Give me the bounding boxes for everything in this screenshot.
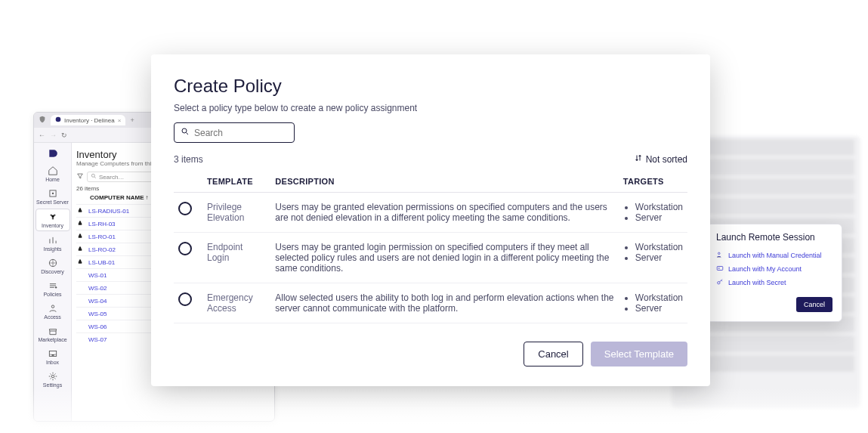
modal-subtitle: Select a policy type below to create a n… xyxy=(174,103,687,113)
policy-item-count: 3 items xyxy=(174,154,203,165)
linux-icon xyxy=(76,207,84,215)
modal-title: Create Policy xyxy=(174,76,687,97)
template-name: Emergency Access xyxy=(202,283,270,323)
table-row[interactable]: Endpoint LoginUsers may be granted login… xyxy=(174,233,687,283)
template-targets: WorkstationServer xyxy=(619,283,687,323)
sort-asc-icon: ↑ xyxy=(146,194,149,201)
template-description: Allow selected users the ability to both… xyxy=(270,283,619,323)
browser-shield-icon xyxy=(39,116,46,125)
sidebar-item-discovery[interactable]: Discovery xyxy=(36,255,70,277)
computer-name-link[interactable]: WS-06 xyxy=(88,323,107,330)
computer-name-link[interactable]: WS-05 xyxy=(88,311,107,317)
svg-point-8 xyxy=(51,305,54,308)
select-template-button[interactable]: Select Template xyxy=(591,342,687,367)
col-template: TEMPLATE xyxy=(202,171,270,193)
sidebar-item-settings[interactable]: Settings xyxy=(36,369,70,390)
computer-name-link[interactable]: LS-RADIUS-01 xyxy=(88,208,129,215)
key-icon xyxy=(716,278,724,287)
svg-point-0 xyxy=(56,117,61,122)
svg-point-7 xyxy=(54,286,56,288)
computer-name-link[interactable]: WS-02 xyxy=(88,285,107,292)
linux-icon xyxy=(76,233,84,240)
radio-button[interactable] xyxy=(178,242,192,255)
policy-template-table: TEMPLATE DESCRIPTION TARGETS Privilege E… xyxy=(174,171,687,323)
svg-point-11 xyxy=(91,174,94,177)
filter-icon[interactable] xyxy=(76,172,84,181)
tab-close-icon[interactable]: × xyxy=(118,117,122,124)
policy-search-field[interactable] xyxy=(194,128,288,138)
svg-point-14 xyxy=(718,268,720,269)
svg-point-2 xyxy=(51,193,53,194)
nav-reload-icon[interactable]: ↻ xyxy=(61,131,67,139)
linux-icon xyxy=(76,220,84,227)
col-targets: TARGETS xyxy=(619,171,687,193)
radio-button[interactable] xyxy=(178,292,192,306)
nav-back-icon[interactable]: ← xyxy=(39,131,45,139)
create-policy-modal: Create Policy Select a policy type below… xyxy=(151,54,710,386)
nav-forward-icon[interactable]: → xyxy=(50,131,57,139)
col-description: DESCRIPTION xyxy=(270,171,619,193)
computer-name-link[interactable]: LS-UB-01 xyxy=(88,259,115,266)
launch-option-secret[interactable]: Launch with Secret xyxy=(716,276,832,289)
cancel-button[interactable]: Cancel xyxy=(524,342,582,367)
launch-option-my-account[interactable]: Launch with My Account xyxy=(716,262,832,276)
browser-tab[interactable]: Inventory · Delinea × xyxy=(51,115,125,125)
computer-name-link[interactable]: LS-RO-02 xyxy=(88,246,116,253)
linux-icon xyxy=(76,246,84,253)
search-icon xyxy=(91,173,97,181)
sidebar-item-insights[interactable]: Insights xyxy=(36,233,70,254)
launch-option-manual-credential[interactable]: Launch with Manual Credential xyxy=(716,249,832,262)
policy-search-input[interactable] xyxy=(174,122,295,143)
linux-icon xyxy=(76,258,84,266)
sidebar-item-inventory[interactable]: Inventory xyxy=(36,209,70,231)
id-card-icon xyxy=(716,264,724,274)
windows-icon xyxy=(76,284,84,292)
windows-icon xyxy=(76,336,84,343)
new-tab-icon[interactable]: + xyxy=(130,116,134,124)
computer-name-link[interactable]: LS-RO-01 xyxy=(88,234,116,240)
computer-name-link[interactable]: LS-RH-03 xyxy=(88,221,116,227)
template-targets: WorkstationServer xyxy=(619,193,687,233)
template-description: Users may be granted login permission on… xyxy=(270,233,619,283)
launch-title: Launch Remote Session xyxy=(716,232,832,243)
tab-title: Inventory · Delinea xyxy=(64,117,115,124)
search-icon xyxy=(181,127,190,138)
tab-favicon-icon xyxy=(55,116,61,124)
template-name: Privilege Elevation xyxy=(202,193,270,233)
sidebar-item-secret-server[interactable]: Secret Server xyxy=(36,186,70,207)
sidebar-item-home[interactable]: Home xyxy=(36,163,70,184)
svg-point-10 xyxy=(51,375,54,378)
sort-control[interactable]: Not sorted xyxy=(634,153,687,165)
windows-icon xyxy=(76,323,84,330)
sidebar-item-access[interactable]: Access xyxy=(36,301,70,322)
svg-point-12 xyxy=(718,252,721,255)
launch-remote-session-popover: Launch Remote Session Launch with Manual… xyxy=(706,224,842,322)
user-key-icon xyxy=(716,251,724,260)
launch-cancel-button[interactable]: Cancel xyxy=(796,297,832,312)
svg-point-15 xyxy=(718,282,720,284)
svg-rect-13 xyxy=(717,267,723,271)
app-sidebar: Home Secret Server Inventory Insights Di… xyxy=(34,143,72,421)
sort-icon xyxy=(634,153,643,165)
sidebar-item-inbox[interactable]: Inbox xyxy=(36,346,70,367)
computer-name-link[interactable]: WS-07 xyxy=(88,336,107,343)
computer-name-link[interactable]: WS-04 xyxy=(88,298,107,305)
computer-name-link[interactable]: WS-01 xyxy=(88,272,107,279)
template-description: Users may be granted elevation permissio… xyxy=(270,193,619,233)
windows-icon xyxy=(76,310,84,317)
sidebar-item-marketplace[interactable]: Marketplace xyxy=(36,323,70,345)
brand-logo-icon xyxy=(36,146,70,162)
windows-icon xyxy=(76,271,84,279)
windows-icon xyxy=(76,297,84,305)
svg-point-16 xyxy=(182,128,187,133)
table-row[interactable]: Privilege ElevationUsers may be granted … xyxy=(174,193,687,233)
table-row[interactable]: Emergency AccessAllow selected users the… xyxy=(174,283,687,323)
template-name: Endpoint Login xyxy=(202,233,270,283)
radio-button[interactable] xyxy=(178,202,192,215)
sidebar-item-policies[interactable]: Policies xyxy=(36,278,70,299)
template-targets: WorkstationServer xyxy=(619,233,687,283)
